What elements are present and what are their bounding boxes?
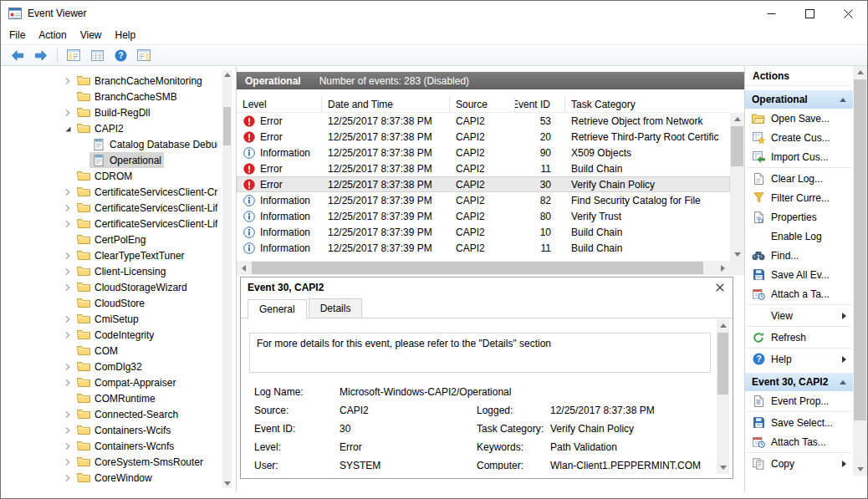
event-row[interactable]: Error12/25/2017 8:37:38 PMCAPI211Build C… bbox=[237, 160, 730, 176]
tree-item-build-regdll[interactable]: Build-RegDll bbox=[1, 104, 217, 120]
tree-item-cloudstoragewizard[interactable]: CloudStorageWizard bbox=[1, 279, 217, 295]
actions-scrollbar-thumb[interactable] bbox=[854, 79, 866, 420]
event-row[interactable]: Error12/25/2017 8:37:38 PMCAPI230Verify … bbox=[237, 176, 730, 192]
chevron-right-icon[interactable] bbox=[61, 220, 74, 228]
action-import-cus[interactable]: Import Cus... bbox=[745, 147, 853, 166]
maximize-button[interactable] bbox=[790, 1, 829, 26]
tree-item-certificateservicesclient-lifec[interactable]: CertificateServicesClient-Lifec bbox=[1, 200, 217, 216]
tree-item-com[interactable]: COM bbox=[1, 343, 217, 359]
column-header-level[interactable]: Level bbox=[237, 96, 322, 112]
detail-scrollbar[interactable] bbox=[717, 319, 729, 474]
tree-item-branchcachemonitoring[interactable]: BranchCacheMonitoring bbox=[1, 73, 217, 89]
tree-item-certpoleng[interactable]: CertPolEng bbox=[1, 232, 217, 247]
action-save-select[interactable]: Save Select... bbox=[745, 413, 853, 432]
action-copy[interactable]: Copy bbox=[745, 454, 853, 473]
scroll-down-icon[interactable] bbox=[730, 248, 744, 261]
collapse-section-icon[interactable] bbox=[840, 98, 846, 102]
collapse-section-icon[interactable] bbox=[840, 380, 846, 384]
tree-item-branchcachesmb[interactable]: BranchCacheSMB bbox=[1, 89, 217, 104]
action-create-cus[interactable]: Create Cus... bbox=[745, 128, 853, 147]
tree-item-cloudstore[interactable]: CloudStore bbox=[1, 295, 217, 311]
tab-details[interactable]: Details bbox=[309, 298, 363, 318]
actions-scrollbar[interactable] bbox=[853, 66, 867, 476]
action-help[interactable]: ?Help bbox=[745, 349, 853, 369]
event-row[interactable]: Error12/25/2017 8:37:38 PMCAPI253Retriev… bbox=[237, 113, 730, 129]
action-clear-log[interactable]: Clear Log... bbox=[745, 169, 853, 188]
scroll-down-icon[interactable] bbox=[853, 463, 867, 476]
action-save-all-ev[interactable]: Save All Ev... bbox=[745, 265, 853, 284]
action-attach-a-ta[interactable]: Attach a Ta... bbox=[745, 284, 853, 303]
tree-item-operational[interactable]: Operational bbox=[1, 152, 217, 168]
chevron-right-icon[interactable] bbox=[61, 204, 74, 212]
chevron-right-icon[interactable] bbox=[61, 458, 74, 466]
chevron-right-icon[interactable] bbox=[61, 410, 74, 419]
chevron-down-icon[interactable] bbox=[61, 125, 74, 133]
menu-file[interactable]: File bbox=[3, 27, 32, 43]
chevron-right-icon[interactable] bbox=[61, 442, 74, 451]
tree-scrollbar-thumb[interactable] bbox=[223, 107, 231, 145]
action-attach-tas[interactable]: Attach Tas... bbox=[745, 432, 853, 451]
detail-scrollbar-thumb[interactable] bbox=[717, 333, 728, 395]
console-tree-button[interactable] bbox=[64, 46, 84, 64]
column-header-task-category[interactable]: Task Category bbox=[565, 96, 730, 112]
scroll-left-icon[interactable] bbox=[237, 261, 251, 275]
menu-action[interactable]: Action bbox=[32, 27, 73, 43]
action-refresh[interactable]: Refresh bbox=[745, 328, 853, 347]
scroll-up-icon[interactable] bbox=[853, 66, 867, 79]
event-list-hscrollbar-thumb[interactable] bbox=[252, 262, 703, 274]
event-row[interactable]: Information12/25/2017 8:37:38 PMCAPI290X… bbox=[237, 145, 730, 160]
back-button[interactable] bbox=[8, 46, 28, 64]
event-list-vertical-scrollbar[interactable] bbox=[730, 113, 744, 261]
chevron-right-icon[interactable] bbox=[61, 363, 74, 371]
scroll-up-icon[interactable] bbox=[730, 113, 744, 125]
tree-item-containers-wcnfs[interactable]: Containers-Wcnfs bbox=[1, 438, 217, 454]
scroll-right-icon[interactable] bbox=[716, 261, 730, 275]
tree-scrollbar[interactable] bbox=[222, 70, 232, 488]
action-filter-curre[interactable]: Filter Curre... bbox=[745, 188, 853, 207]
event-row[interactable]: Error12/25/2017 8:37:38 PMCAPI220Retriev… bbox=[237, 129, 730, 145]
menu-view[interactable]: View bbox=[74, 27, 109, 43]
event-list-scrollbar-thumb[interactable] bbox=[731, 126, 743, 166]
tree-item-coresystem-smsrouter[interactable]: CoreSystem-SmsRouter bbox=[1, 454, 217, 470]
tree-item-cleartypetexttuner[interactable]: ClearTypeTextTuner bbox=[1, 247, 217, 263]
tree-item-comruntime[interactable]: COMRuntime bbox=[1, 390, 217, 406]
tree-item-client-licensing[interactable]: Client-Licensing bbox=[1, 263, 217, 279]
tree-item-compat-appraiser[interactable]: Compat-Appraiser bbox=[1, 374, 217, 390]
tree-item-capi2[interactable]: CAPI2 bbox=[1, 120, 217, 136]
tree-item-catalog-database-debug[interactable]: Catalog Database Debug bbox=[1, 136, 217, 152]
tree-item-containers-wcifs[interactable]: Containers-Wcifs bbox=[1, 422, 217, 438]
event-row[interactable]: Information12/25/2017 8:37:39 PMCAPI282F… bbox=[237, 192, 730, 208]
action-enable-log[interactable]: Enable Log bbox=[745, 227, 853, 246]
action-find[interactable]: Find... bbox=[745, 246, 853, 265]
tree-item-connected-search[interactable]: Connected-Search bbox=[1, 406, 217, 422]
event-list-horizontal-scrollbar[interactable] bbox=[237, 261, 730, 275]
chevron-right-icon[interactable] bbox=[61, 77, 74, 85]
action-open-save[interactable]: Open Save... bbox=[745, 109, 853, 128]
minimize-button[interactable] bbox=[752, 1, 790, 26]
tree-item-comdlg32[interactable]: ComDlg32 bbox=[1, 359, 217, 374]
action-view[interactable]: View bbox=[745, 306, 853, 325]
action-pane-button[interactable] bbox=[134, 46, 154, 64]
actions-section-header-operational[interactable]: Operational bbox=[745, 90, 853, 109]
help-button[interactable]: ? bbox=[110, 46, 130, 64]
tree-item-cmisetup[interactable]: CmiSetup bbox=[1, 311, 217, 327]
action-event-prop[interactable]: Event Prop... bbox=[745, 391, 853, 410]
scroll-down-icon[interactable] bbox=[717, 461, 729, 474]
detail-close-icon[interactable] bbox=[714, 282, 726, 293]
tab-general[interactable]: General bbox=[248, 299, 307, 319]
chevron-right-icon[interactable] bbox=[61, 188, 74, 196]
chevron-right-icon[interactable] bbox=[61, 267, 74, 276]
event-row[interactable]: Information12/25/2017 8:37:39 PMCAPI210B… bbox=[237, 224, 730, 240]
chevron-right-icon[interactable] bbox=[61, 109, 74, 117]
chevron-right-icon[interactable] bbox=[61, 474, 74, 482]
tree-item-codeintegrity[interactable]: CodeIntegrity bbox=[1, 327, 217, 343]
chevron-right-icon[interactable] bbox=[61, 331, 74, 339]
tree-item-certificateservicesclient-lifec[interactable]: CertificateServicesClient-Lifec bbox=[1, 216, 217, 232]
chevron-right-icon[interactable] bbox=[61, 379, 74, 387]
chevron-right-icon[interactable] bbox=[61, 315, 74, 323]
scroll-up-icon[interactable] bbox=[222, 70, 232, 79]
chevron-right-icon[interactable] bbox=[61, 426, 74, 435]
event-row[interactable]: Information12/25/2017 8:37:39 PMCAPI211B… bbox=[237, 240, 730, 256]
tree-item-certificateservicesclient-cred[interactable]: CertificateServicesClient-Cred bbox=[1, 184, 217, 200]
event-row[interactable]: Information12/25/2017 8:37:39 PMCAPI280V… bbox=[237, 208, 730, 224]
